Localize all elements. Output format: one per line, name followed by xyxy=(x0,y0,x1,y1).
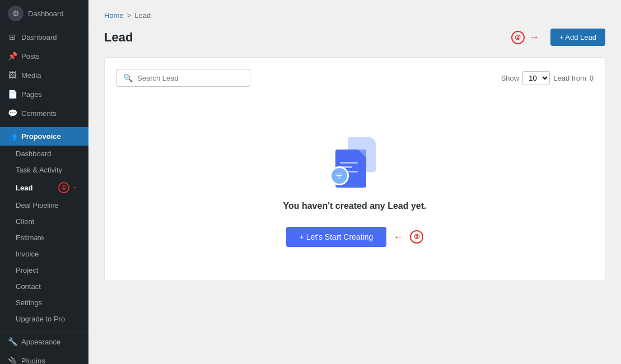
add-lead-button[interactable]: + Add Lead xyxy=(550,29,605,46)
comments-icon: 💬 xyxy=(8,109,17,118)
page-title: Lead xyxy=(104,30,133,45)
sidebar-item-appearance[interactable]: 🔧 Appearance xyxy=(0,332,88,351)
start-creating-group: + Let's Start Creating ← ② xyxy=(286,227,423,247)
show-row: Show 10 25 50 Lead from 0 xyxy=(501,71,594,85)
add-lead-annotation-group: ② → xyxy=(511,31,541,44)
breadcrumb-separator: > xyxy=(127,11,132,20)
sidebar-item-label: Pages xyxy=(21,90,42,99)
sidebar-item-label: Media xyxy=(21,71,41,80)
page-header: Lead ② → + Add Lead xyxy=(104,29,605,46)
sidebar-item-estimate[interactable]: Estimate xyxy=(0,230,88,246)
breadcrumb-current: Lead xyxy=(134,11,151,20)
media-icon: 🖼 xyxy=(8,71,17,80)
sidebar-item-task-activity[interactable]: Task & Activity xyxy=(0,162,88,178)
start-creating-button[interactable]: + Let's Start Creating xyxy=(286,227,386,247)
sidebar-item-label: Comments xyxy=(21,109,57,118)
sidebar-item-label: Plugins xyxy=(21,357,45,365)
sidebar-item-invoice[interactable]: Invoice xyxy=(0,246,88,262)
sidebar-logo-label: Dashboard xyxy=(28,10,64,18)
breadcrumb-home[interactable]: Home xyxy=(104,11,124,20)
show-select[interactable]: 10 25 50 xyxy=(522,71,550,85)
dashboard-icon: ⚙ xyxy=(8,6,24,21)
sidebar-bottom: 🔧 Appearance 🔌 Plugins 👤 Users xyxy=(0,332,88,364)
doc-illustration: + xyxy=(330,137,380,188)
sidebar-item-pages[interactable]: 📄 Pages xyxy=(0,85,88,104)
doc-line-1 xyxy=(340,162,358,164)
sidebar-item-posts[interactable]: 📌 Posts xyxy=(0,46,88,66)
annotation-1-circle: ① xyxy=(58,182,69,193)
sidebar-item-contact[interactable]: Contact xyxy=(0,278,88,295)
sidebar-propovoice-header[interactable]: 👥 Propovoice xyxy=(0,127,88,146)
page-header-right: ② → + Add Lead xyxy=(511,29,605,46)
lead-annotation: ① ← xyxy=(58,182,81,193)
annotation-arrow-right: → xyxy=(529,31,539,43)
main-content: Home > Lead Lead ② → + Add Lead 🔍 xyxy=(88,0,621,364)
search-input[interactable] xyxy=(137,74,243,82)
pages-icon: 📄 xyxy=(8,90,17,99)
sidebar-item-project[interactable]: Project xyxy=(0,262,88,278)
sidebar-item-dashboard[interactable]: ⊞ Dashboard xyxy=(0,27,88,46)
empty-state: + You haven't created any Lead yet. + Le… xyxy=(116,104,594,269)
propovoice-icon: 👥 xyxy=(8,132,17,141)
sidebar-item-label: Posts xyxy=(21,52,40,60)
sidebar-item-settings[interactable]: Settings xyxy=(0,295,88,311)
search-icon: 🔍 xyxy=(123,73,133,82)
sidebar-logo[interactable]: ⚙ Dashboard xyxy=(0,0,88,27)
search-row: 🔍 Show 10 25 50 Lead from 0 xyxy=(116,69,594,87)
main-card: 🔍 Show 10 25 50 Lead from 0 xyxy=(104,57,605,281)
annotation-2-circle: ② xyxy=(511,31,525,44)
doc-plus-circle: + xyxy=(330,166,349,185)
sidebar-item-upgrade[interactable]: Upgrade to Pro xyxy=(0,311,88,327)
sidebar-item-label: Appearance xyxy=(21,338,60,346)
sidebar-item-label: Dashboard xyxy=(21,33,57,41)
content-area: Home > Lead Lead ② → + Add Lead 🔍 xyxy=(88,0,621,364)
sidebar-item-lead[interactable]: Lead ① ← xyxy=(0,178,88,197)
sidebar-item-media[interactable]: 🖼 Media xyxy=(0,66,88,85)
plugins-icon: 🔌 xyxy=(8,356,17,364)
sidebar-item-plugins[interactable]: 🔌 Plugins xyxy=(0,351,88,364)
posts-icon: 📌 xyxy=(8,52,17,60)
search-box[interactable]: 🔍 xyxy=(116,69,250,87)
dashboard-nav-icon: ⊞ xyxy=(8,32,17,41)
sidebar: ⚙ Dashboard ⊞ Dashboard 📌 Posts 🖼 Media … xyxy=(0,0,88,364)
sidebar-item-comments[interactable]: 💬 Comments xyxy=(0,104,88,123)
propovoice-label: Propovoice xyxy=(21,132,61,141)
breadcrumb: Home > Lead xyxy=(104,11,605,20)
lead-from-label: Lead from xyxy=(553,74,586,82)
appearance-icon: 🔧 xyxy=(8,337,17,346)
sidebar-item-pv-dashboard[interactable]: Dashboard xyxy=(0,146,88,162)
annotation-arrow: ← xyxy=(72,183,81,193)
sidebar-item-deal-pipeline[interactable]: Deal Pipeline xyxy=(0,197,88,213)
sidebar-item-client[interactable]: Client xyxy=(0,213,88,230)
empty-message: You haven't created any Lead yet. xyxy=(283,201,426,211)
propovoice-submenu: Dashboard Task & Activity Lead ① ← Deal … xyxy=(0,146,88,327)
show-label: Show xyxy=(501,74,520,82)
annotation-2b-circle: ② xyxy=(410,230,423,244)
start-arrow: ← xyxy=(393,231,403,243)
lead-from-count: 0 xyxy=(590,74,594,82)
